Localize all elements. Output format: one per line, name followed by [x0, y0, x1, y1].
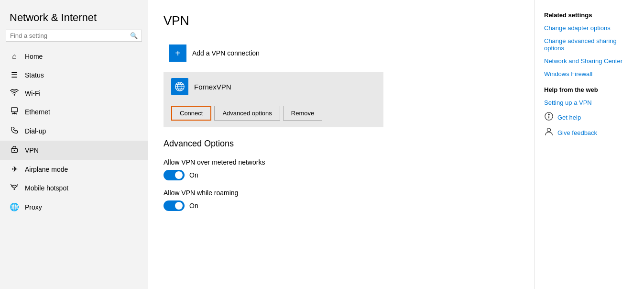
svg-point-8	[13, 188, 15, 189]
vpn-roaming-toggle-row: Allow VPN while roaming On	[164, 189, 519, 211]
sidebar-item-label: Mobile hotspot	[25, 184, 68, 192]
change-sharing-link[interactable]: Change advanced sharing options	[544, 37, 634, 52]
vpn-card: FornexVPN Connect Advanced options Remov…	[164, 72, 383, 127]
add-vpn-label: Add a VPN connection	[192, 49, 260, 57]
home-icon: ⌂	[10, 52, 19, 61]
give-feedback-icon	[544, 127, 554, 138]
svg-rect-17	[548, 116, 549, 119]
sidebar-item-ethernet[interactable]: Ethernet	[0, 102, 148, 122]
advanced-options-title: Advanced Options	[164, 139, 519, 149]
give-feedback-action[interactable]: Give feedback	[544, 127, 634, 138]
vpn-card-actions: Connect Advanced options Remove	[164, 101, 383, 127]
sidebar-item-label: Dial-up	[25, 127, 46, 135]
get-help-action[interactable]: Get help	[544, 112, 634, 122]
hotspot-icon	[10, 183, 19, 193]
sidebar-item-status[interactable]: ☰ Status	[0, 66, 148, 84]
give-feedback-text: Give feedback	[557, 129, 597, 136]
network-sharing-link[interactable]: Network and Sharing Center	[544, 57, 634, 65]
sidebar-item-label: Airplane mode	[25, 166, 68, 173]
vpn-name: FornexVPN	[194, 83, 231, 91]
vpn-metered-toggle-row: Allow VPN over metered networks On	[164, 158, 519, 180]
airplane-icon: ✈	[10, 165, 19, 174]
sidebar-item-label: Status	[25, 71, 44, 79]
sidebar: Network & Internet 🔍 ⌂ Home ☰ Status Wi-…	[0, 0, 148, 289]
sidebar-item-home[interactable]: ⌂ Home	[0, 47, 148, 66]
remove-button[interactable]: Remove	[283, 106, 322, 121]
svg-point-7	[14, 150, 15, 151]
related-settings-title: Related settings	[544, 11, 634, 19]
advanced-options-section: Advanced Options Allow VPN over metered …	[164, 139, 519, 211]
svg-rect-0	[11, 108, 17, 112]
search-icon: 🔍	[130, 32, 138, 39]
sidebar-item-hotspot[interactable]: Mobile hotspot	[0, 178, 148, 198]
toggle-metered[interactable]	[164, 170, 185, 180]
sidebar-item-wifi[interactable]: Wi-Fi	[0, 84, 148, 102]
get-help-text: Get help	[557, 114, 581, 121]
toggle-metered-control: On	[164, 170, 519, 180]
vpn-card-header: FornexVPN	[164, 72, 383, 101]
ethernet-icon	[10, 107, 19, 117]
proxy-icon: 🌐	[10, 202, 19, 211]
toggle-roaming-state: On	[189, 202, 198, 210]
sidebar-item-label: Proxy	[25, 203, 42, 211]
sidebar-item-airplane[interactable]: ✈ Airplane mode	[0, 160, 148, 178]
sidebar-item-dialup[interactable]: Dial-up	[0, 122, 148, 141]
vpn-logo	[171, 78, 188, 95]
setting-vpn-link[interactable]: Setting up a VPN	[544, 99, 634, 106]
dialup-icon	[10, 126, 19, 136]
help-from-web-title: Help from the web	[544, 86, 634, 93]
advanced-options-button[interactable]: Advanced options	[214, 106, 280, 121]
right-panel: Related settings Change adapter options …	[534, 0, 644, 289]
sidebar-item-label: VPN	[25, 146, 39, 154]
sidebar-item-label: Ethernet	[25, 108, 50, 116]
svg-point-18	[547, 128, 550, 132]
get-help-icon	[544, 112, 554, 122]
page-title: VPN	[164, 13, 519, 28]
change-adapter-link[interactable]: Change adapter options	[544, 24, 634, 32]
toggle-roaming[interactable]	[164, 200, 185, 211]
toggle-roaming-label: Allow VPN while roaming	[164, 189, 519, 197]
toggle-metered-state: On	[189, 171, 198, 179]
plus-icon: +	[169, 44, 186, 62]
toggle-roaming-control: On	[164, 200, 519, 211]
svg-point-16	[548, 114, 550, 116]
sidebar-item-vpn[interactable]: VPN	[0, 141, 148, 160]
app-title: Network & Internet	[0, 8, 148, 30]
search-box[interactable]: 🔍	[6, 30, 142, 42]
search-input[interactable]	[10, 32, 130, 39]
connect-button[interactable]: Connect	[171, 106, 211, 121]
sidebar-item-proxy[interactable]: 🌐 Proxy	[0, 198, 148, 216]
main-content: VPN + Add a VPN connection FornexVPN Con…	[148, 0, 534, 289]
vpn-icon	[10, 145, 19, 155]
toggle-roaming-knob	[175, 202, 183, 210]
add-vpn-button[interactable]: + Add a VPN connection	[164, 40, 383, 67]
status-icon: ☰	[10, 70, 19, 79]
toggle-metered-label: Allow VPN over metered networks	[164, 158, 519, 166]
sidebar-item-label: Wi-Fi	[25, 89, 41, 97]
sidebar-item-label: Home	[25, 53, 43, 60]
windows-firewall-link[interactable]: Windows Firewall	[544, 70, 634, 78]
toggle-metered-knob	[175, 171, 183, 179]
wifi-icon	[10, 89, 19, 98]
